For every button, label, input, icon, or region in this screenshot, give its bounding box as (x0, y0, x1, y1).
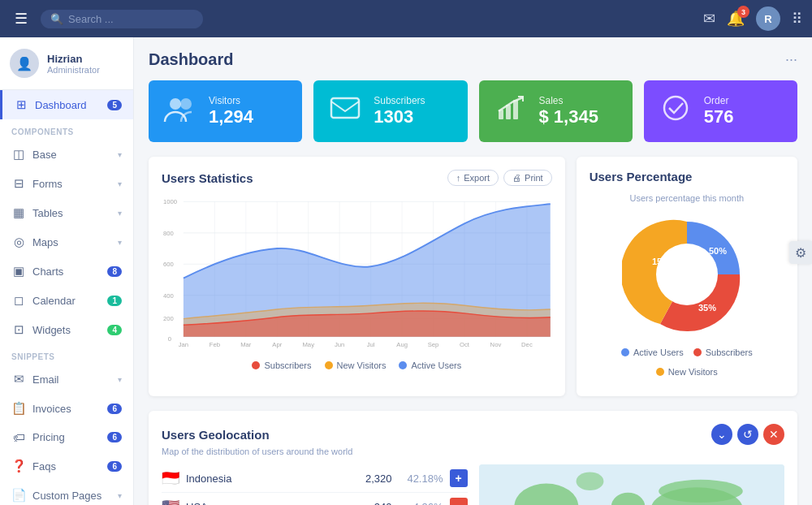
chevron-icon: ▾ (118, 209, 122, 218)
sidebar-item-faqs[interactable]: ❓ Faqs 6 (0, 451, 133, 481)
widgets-icon: ⊡ (11, 322, 26, 337)
users-percentage-card: Users Percentage Users percentage this m… (577, 157, 797, 396)
stat-card-sales: Sales $ 1,345 (479, 80, 633, 142)
legend-dot-active-users (399, 361, 407, 369)
sidebar-user-name: Hizrian (47, 53, 100, 65)
geo-expand-button[interactable]: ⌄ (711, 424, 732, 445)
stat-card-info-subscribers: Subscribers 1303 (374, 95, 425, 127)
sidebar-item-maps[interactable]: ◎ Maps ▾ (0, 227, 133, 257)
pricing-badge: 6 (107, 432, 122, 442)
page-header: Dashboard ··· (149, 50, 797, 69)
gear-settings-button[interactable]: ⚙ (789, 241, 812, 264)
sidebar-item-email[interactable]: ✉ Email ▾ (0, 365, 133, 394)
sidebar-item-forms[interactable]: ⊟ Forms ▾ (0, 169, 133, 198)
stat-card-info-order: Order 576 (704, 95, 734, 127)
dot-subscribers (693, 348, 702, 356)
invoices-icon: 📋 (11, 401, 26, 416)
svg-text:Aug: Aug (396, 341, 408, 348)
apps-grid-button[interactable]: ⠿ (792, 10, 802, 28)
svg-text:Sep: Sep (428, 341, 439, 348)
svg-text:May: May (302, 341, 314, 348)
sidebar-item-custom-pages[interactable]: 📄 Custom Pages ▾ (0, 481, 133, 505)
geo-header: Users Geolocation ⌄ ↺ ✕ (162, 424, 784, 445)
donut-chart: 50% 35% 15% (622, 209, 752, 339)
mail-button[interactable]: ✉ (703, 10, 715, 28)
dot-new-visitors (656, 368, 664, 376)
geo-add-button[interactable]: + (450, 469, 468, 487)
search-input[interactable] (68, 13, 182, 25)
sidebar-user-avatar: 👤 (10, 49, 39, 78)
percentage-chart-header: Users Percentage (590, 170, 784, 183)
geo-table-row: 🇮🇩 Indonesia 2,320 42.18% + (162, 464, 468, 493)
sidebar-item-pricing[interactable]: 🏷 Pricing 6 (0, 423, 133, 451)
label-active-users: Active Users (633, 347, 684, 357)
svg-text:Jan: Jan (179, 341, 188, 348)
page-title: Dashboard (149, 50, 233, 69)
sidebar-item-label: Base (32, 149, 111, 161)
sidebar-item-calendar[interactable]: ◻ Calendar 1 (0, 286, 133, 315)
legend-active-users: Active Users (399, 360, 461, 370)
charts-badge: 8 (107, 266, 122, 277)
geo-refresh-button[interactable]: ↺ (737, 424, 758, 445)
sidebar-item-label: Invoices (32, 403, 101, 415)
order-icon (659, 93, 693, 129)
svg-text:50%: 50% (709, 246, 727, 256)
sidebar-item-label: Forms (32, 178, 111, 190)
sidebar-item-label: Widgets (32, 324, 101, 336)
faqs-badge: 6 (107, 461, 122, 472)
donut-subtitle: Users percentage this month (630, 193, 745, 203)
sidebar-item-base[interactable]: ◫ Base ▾ (0, 140, 133, 169)
donut-legend: Active Users Subscribers New Visitors (590, 347, 784, 377)
svg-text:1000: 1000 (163, 198, 177, 205)
svg-text:400: 400 (163, 292, 174, 300)
svg-point-0 (170, 98, 181, 110)
sidebar-item-widgets[interactable]: ⊡ Widgets 4 (0, 315, 133, 344)
users-statistics-card: Users Statistics ↑ Export 🖨 Print (149, 157, 565, 396)
legend-dot-new-visitors (325, 361, 333, 369)
geo-count: 2,320 (343, 473, 392, 485)
sidebar-item-label: Maps (32, 236, 111, 248)
stat-value: 1303 (374, 106, 425, 127)
chevron-icon: ▾ (118, 238, 122, 247)
stat-value: 576 (704, 106, 734, 127)
legend-label-new-visitors: New Visitors (337, 360, 387, 370)
hamburger-menu[interactable]: ☰ (10, 6, 32, 31)
visitors-icon (163, 93, 197, 129)
print-label: Print (525, 173, 543, 183)
svg-point-54 (576, 472, 603, 490)
donut-legend-subscribers: Subscribers (693, 347, 753, 357)
sidebar-item-invoices[interactable]: 📋 Invoices 6 (0, 394, 133, 423)
snippets-section-title: SNIPPETS (0, 344, 133, 365)
user-avatar[interactable]: R (756, 6, 780, 31)
svg-text:Nov: Nov (490, 341, 502, 348)
notification-button[interactable]: 🔔 3 (727, 10, 745, 28)
geo-remove-button[interactable]: − (450, 498, 468, 505)
more-options-button[interactable]: ··· (785, 51, 797, 68)
search-bar[interactable]: 🔍 (41, 10, 203, 28)
geo-pct: 4.36% (399, 501, 443, 506)
export-button[interactable]: ↑ Export (447, 170, 499, 186)
geo-close-button[interactable]: ✕ (763, 424, 784, 445)
stat-card-subscribers: Subscribers 1303 (313, 80, 467, 142)
email-icon: ✉ (11, 372, 26, 386)
dashboard-badge: 5 (107, 100, 122, 110)
svg-text:Apr: Apr (272, 341, 282, 348)
stat-value: $ 1,345 (539, 106, 598, 127)
sidebar-user-role: Administrator (47, 65, 100, 75)
components-section-title: COMPONENTS (0, 119, 133, 140)
donut-legend-active: Active Users (621, 347, 684, 357)
sidebar-item-charts[interactable]: ▣ Charts 8 (0, 257, 133, 286)
sidebar-item-label: Charts (32, 265, 101, 278)
sidebar-item-tables[interactable]: ▦ Tables ▾ (0, 198, 133, 227)
stat-label: Visitors (209, 95, 253, 106)
svg-text:800: 800 (163, 230, 174, 237)
print-button[interactable]: 🖨 Print (503, 170, 552, 186)
sidebar-item-label: Dashboard (35, 99, 101, 111)
chevron-icon: ▾ (118, 375, 122, 384)
svg-text:Jun: Jun (335, 341, 344, 348)
calendar-icon: ◻ (11, 293, 26, 308)
sidebar-item-dashboard[interactable]: ⊞ Dashboard 5 (0, 90, 133, 119)
topnav-right: ✉ 🔔 3 R ⠿ (703, 6, 802, 31)
svg-point-50 (659, 480, 743, 503)
chart-btn-group: ↑ Export 🖨 Print (447, 170, 552, 186)
